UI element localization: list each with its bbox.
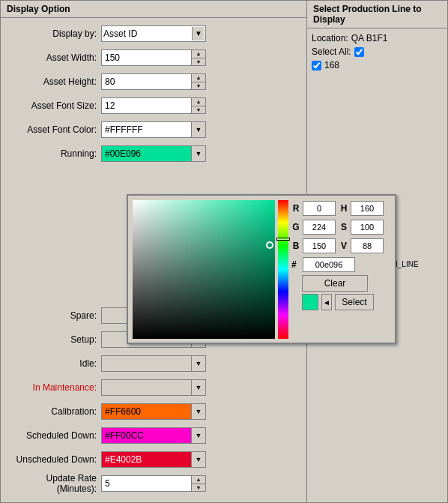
update-rate-up[interactable]: ▲ [192, 476, 205, 484]
hex-input[interactable] [303, 257, 355, 272]
idle-row: Idle: ▼ [4, 354, 303, 373]
asset-height-input[interactable] [101, 73, 191, 90]
scheduled-down-input[interactable] [101, 427, 191, 444]
color-b-row: B V [291, 238, 390, 254]
asset-font-size-input[interactable] [101, 97, 191, 114]
scheduled-down-wrapper: ▼ [101, 427, 206, 444]
asset-height-row: Asset Height: ▲ ▼ [4, 72, 303, 91]
location-row: Location: QA B1F1 [312, 33, 443, 43]
color-r-row: R H [291, 200, 390, 217]
asset-font-color-label: Asset Font Color: [4, 124, 101, 135]
asset-font-color-row: Asset Font Color: ▼ [4, 120, 303, 139]
hue-bar[interactable] [278, 200, 288, 339]
asset-font-color-dropdown[interactable]: ▼ [191, 121, 206, 138]
hash-label: # [291, 259, 300, 270]
unscheduled-down-row: Unscheduled Down: ▼ [4, 450, 303, 469]
asset-width-down[interactable]: ▼ [192, 58, 205, 66]
g-label: G [291, 222, 300, 232]
left-panel-title: Display Option [1, 1, 306, 18]
prod-line-168-checkbox[interactable] [312, 61, 321, 70]
asset-height-spinner-buttons: ▲ ▼ [191, 73, 206, 90]
asset-height-up[interactable]: ▲ [192, 74, 205, 82]
calibration-dropdown[interactable]: ▼ [191, 403, 206, 420]
idle-wrapper: ▼ [101, 355, 206, 372]
asset-font-size-label: Asset Font Size: [4, 100, 101, 111]
unscheduled-down-input[interactable] [101, 451, 191, 468]
in-maintenance-row: In Maintenance: ▼ [4, 378, 303, 397]
h-input[interactable] [351, 201, 384, 216]
clear-button[interactable]: Clear [302, 275, 368, 292]
r-label: R [291, 203, 300, 214]
idle-dropdown[interactable]: ▼ [191, 355, 206, 372]
color-hash-row: # [291, 256, 390, 273]
b-label: B [291, 241, 300, 251]
form-area: Display by: Asset ID Asset Width: ▲ ▼ [1, 18, 306, 503]
update-rate-spinner: ▲ ▼ [101, 475, 206, 492]
color-arrow-button[interactable]: ◄ [321, 294, 332, 310]
prod-line-168: 168 [312, 60, 443, 70]
right-panel-title: Select Production Line to Display [307, 1, 447, 28]
scheduled-down-dropdown[interactable]: ▼ [191, 427, 206, 444]
unscheduled-down-dropdown[interactable]: ▼ [191, 451, 206, 468]
update-rate-down[interactable]: ▼ [192, 484, 205, 492]
s-input[interactable] [351, 220, 384, 235]
calibration-input[interactable] [101, 403, 191, 420]
color-gradient-box[interactable] [133, 200, 275, 339]
calibration-wrapper: ▼ [101, 403, 206, 420]
prod-line-168-label: 168 [324, 60, 339, 70]
idle-input[interactable] [101, 355, 191, 372]
asset-height-spinner: ▲ ▼ [101, 73, 206, 90]
asset-width-row: Asset Width: ▲ ▼ [4, 48, 303, 67]
display-by-row: Display by: Asset ID [4, 24, 303, 43]
b-input[interactable] [303, 238, 336, 253]
running-row: Running: ▼ [4, 144, 303, 163]
color-picker-popup: R H G S B [127, 194, 396, 344]
setup-label: Setup: [4, 334, 101, 345]
asset-font-size-buttons: ▲ ▼ [191, 97, 206, 114]
idle-label: Idle: [4, 358, 101, 369]
color-controls: R H G S B [291, 200, 390, 338]
color-g-row: G S [291, 219, 390, 235]
select-color-button[interactable]: Select [335, 294, 374, 310]
asset-height-down[interactable]: ▼ [192, 82, 205, 90]
display-by-select[interactable]: Asset ID [101, 25, 206, 42]
g-input[interactable] [303, 220, 336, 235]
location-label: Location: [312, 33, 348, 43]
left-panel: Display Option Display by: Asset ID Asse… [0, 0, 307, 503]
location-value: QA B1F1 [351, 33, 388, 43]
spare-label: Spare: [4, 310, 101, 321]
display-by-select-wrapper: Asset ID [101, 25, 206, 42]
r-input[interactable] [303, 201, 336, 216]
in-maintenance-dropdown[interactable]: ▼ [191, 379, 206, 396]
select-all-label: Select All: [312, 46, 351, 57]
asset-width-spinner-buttons: ▲ ▼ [191, 49, 206, 66]
asset-width-up[interactable]: ▲ [192, 50, 205, 58]
update-rate-label: Update Rate (Minutes): [4, 473, 101, 494]
scheduled-down-row: Scheduled Down: ▼ [4, 426, 303, 445]
in-maintenance-wrapper: ▼ [101, 379, 206, 396]
asset-font-color-input[interactable] [101, 121, 191, 138]
running-input[interactable] [101, 145, 191, 162]
running-wrapper: ▼ [101, 145, 206, 162]
update-rate-input[interactable] [101, 475, 191, 492]
asset-font-size-row: Asset Font Size: ▲ ▼ [4, 96, 303, 115]
in-maintenance-input[interactable] [101, 379, 191, 396]
color-preview [302, 294, 318, 310]
calibration-row: Calibration: ▼ [4, 402, 303, 421]
running-dropdown[interactable]: ▼ [191, 145, 206, 162]
v-label: V [339, 241, 348, 251]
update-rate-buttons: ▲ ▼ [191, 475, 206, 492]
h-label: H [339, 203, 348, 214]
asset-width-label: Asset Width: [4, 52, 101, 63]
asset-font-color-wrapper: ▼ [101, 121, 206, 138]
s-label: S [339, 222, 348, 232]
asset-width-input[interactable] [101, 49, 191, 66]
asset-font-size-down[interactable]: ▼ [192, 106, 205, 114]
select-all-checkbox[interactable] [354, 47, 364, 57]
unscheduled-down-label: Unscheduled Down: [4, 454, 101, 465]
unscheduled-down-wrapper: ▼ [101, 451, 206, 468]
asset-font-size-up[interactable]: ▲ [192, 98, 205, 106]
asset-width-spinner: ▲ ▼ [101, 49, 206, 66]
asset-font-size-spinner: ▲ ▼ [101, 97, 206, 114]
v-input[interactable] [351, 238, 384, 253]
